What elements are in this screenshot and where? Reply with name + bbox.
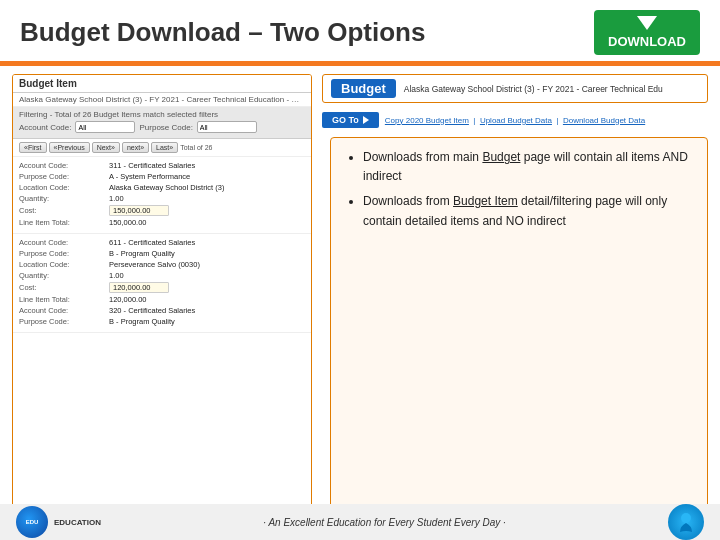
budget-item-panel: Budget Item Alaska Gateway School Distri…	[12, 74, 312, 533]
main-content: Budget Item Alaska Gateway School Distri…	[0, 66, 720, 540]
next2-button[interactable]: next»	[122, 142, 149, 153]
form-row-location-2: Location Code: Perseverance Salvo (0030)	[19, 260, 305, 269]
budget-item-underline: Budget Item	[453, 194, 518, 208]
form-row-qty-2: Quantity: 1.00	[19, 271, 305, 280]
breadcrumb: Alaska Gateway School District (3) - FY …	[13, 93, 311, 107]
label-cost-2: Cost:	[19, 283, 109, 292]
download-button-top[interactable]: DOWNLOAD	[594, 10, 700, 55]
label-qty-1: Quantity:	[19, 194, 109, 203]
label-purpose-1: Purpose Code:	[19, 172, 109, 181]
label-account-3: Account Code:	[19, 306, 109, 315]
logo-text-inner: EDU	[26, 519, 39, 525]
footer-row: EDU EDUCATION · An Excellent Education f…	[0, 504, 720, 540]
form-row-account-1: Account Code: 311 - Certificated Salarie…	[19, 161, 305, 170]
panel-title-bar: Budget Item	[13, 75, 311, 93]
goto-button[interactable]: GO To	[322, 112, 379, 128]
right-panel: Budget Alaska Gateway School District (3…	[322, 74, 708, 533]
purpose-code-input[interactable]	[197, 121, 257, 133]
form-row-cost-1: Cost: 150,000.00	[19, 205, 305, 216]
left-logo-area: EDU EDUCATION	[16, 506, 101, 538]
goto-links: Copy 2020 Budget Item | Upload Budget Da…	[385, 116, 645, 125]
purpose-code-label: Purpose Code:	[139, 123, 192, 132]
label-account-2: Account Code:	[19, 238, 109, 247]
value-cost-1: 150,000.00	[109, 205, 169, 216]
previous-button[interactable]: «Previous	[49, 142, 90, 153]
education-label: EDUCATION	[54, 518, 101, 527]
page-title: Budget Download – Two Options	[20, 17, 425, 48]
form-row-account-3: Account Code: 320 - Certificated Salarie…	[19, 306, 305, 315]
label-cost-1: Cost:	[19, 206, 109, 215]
label-account-1: Account Code:	[19, 161, 109, 170]
value-cost-2: 120,000.00	[109, 282, 169, 293]
filter-inputs-row: Account Code: Purpose Code:	[19, 121, 305, 133]
form-row-purpose-3: Purpose Code: B - Program Quality	[19, 317, 305, 326]
bullets-list: Downloads from main Budget page will con…	[345, 148, 693, 231]
value-purpose-3: B - Program Quality	[109, 317, 175, 326]
form-row-total-1: Line Item Total: 150,000.00	[19, 218, 305, 227]
goto-button-label: GO To	[332, 115, 359, 125]
filter-label: Filtering - Total of 26 Budget Items mat…	[19, 110, 218, 119]
filter-bar: Filtering - Total of 26 Budget Items mat…	[13, 107, 311, 139]
budget-underline-1: Budget	[482, 150, 520, 164]
account-code-input[interactable]	[75, 121, 135, 133]
value-purpose-1: A - System Performance	[109, 172, 190, 181]
download-arrow-icon	[637, 16, 657, 30]
form-row-total-2: Line Item Total: 120,000.00	[19, 295, 305, 304]
form-row-purpose-2: Purpose Code: B - Program Quality	[19, 249, 305, 258]
label-purpose-3: Purpose Code:	[19, 317, 109, 326]
svg-point-0	[681, 513, 691, 523]
form-section-2: Account Code: 611 - Certificated Salarie…	[13, 234, 311, 333]
value-account-2: 611 - Certificated Salaries	[109, 238, 195, 247]
total-count: Total of 26	[180, 144, 212, 151]
form-row-cost-2: Cost: 120,000.00	[19, 282, 305, 293]
value-account-1: 311 - Certificated Salaries	[109, 161, 195, 170]
bullets-panel: Downloads from main Budget page will con…	[330, 137, 708, 533]
district-info: Alaska Gateway School District (3) - FY …	[404, 84, 663, 94]
panel-title: Budget Item	[19, 78, 77, 89]
form-row-account-2: Account Code: 611 - Certificated Salarie…	[19, 238, 305, 247]
download-budget-link[interactable]: Download Budget Data	[563, 116, 645, 125]
last-button[interactable]: Last»	[151, 142, 178, 153]
label-location-1: Location Code:	[19, 183, 109, 192]
next-button[interactable]: Next»	[92, 142, 120, 153]
education-logo: EDU	[16, 506, 48, 538]
value-qty-1: 1.00	[109, 194, 124, 203]
right-logo	[668, 504, 704, 540]
bullet-item-1: Downloads from main Budget page will con…	[363, 148, 693, 186]
nav-buttons-row: «First «Previous Next» next» Last» Total…	[13, 139, 311, 157]
copy-budget-link[interactable]: Copy 2020 Budget Item	[385, 116, 469, 125]
first-button[interactable]: «First	[19, 142, 47, 153]
right-logo-icon	[674, 510, 698, 534]
label-location-2: Location Code:	[19, 260, 109, 269]
value-location-2: Perseverance Salvo (0030)	[109, 260, 200, 269]
label-qty-2: Quantity:	[19, 271, 109, 280]
budget-header-box: Budget Alaska Gateway School District (3…	[322, 74, 708, 103]
page-header: Budget Download – Two Options DOWNLOAD	[0, 0, 720, 61]
value-location-1: Alaska Gateway School District (3)	[109, 183, 224, 192]
account-code-label: Account Code:	[19, 123, 71, 132]
form-row-purpose-1: Purpose Code: A - System Performance	[19, 172, 305, 181]
form-section-1: Account Code: 311 - Certificated Salarie…	[13, 157, 311, 234]
label-purpose-2: Purpose Code:	[19, 249, 109, 258]
value-qty-2: 1.00	[109, 271, 124, 280]
lower-section: Budget Items Action Account Code Modify3…	[322, 137, 708, 533]
value-account-3: 320 - Certificated Salaries	[109, 306, 195, 315]
budget-label-tag: Budget	[331, 79, 396, 98]
value-purpose-2: B - Program Quality	[109, 249, 175, 258]
value-total-2: 120,000.00	[109, 295, 147, 304]
goto-bar: GO To Copy 2020 Budget Item | Upload Bud…	[322, 109, 708, 131]
bullet-item-2: Downloads from Budget Item detail/filter…	[363, 192, 693, 230]
value-total-1: 150,000.00	[109, 218, 147, 227]
upload-budget-link[interactable]: Upload Budget Data	[480, 116, 552, 125]
label-total-1: Line Item Total:	[19, 218, 109, 227]
footer-text: · An Excellent Education for Every Stude…	[263, 517, 506, 528]
filter-bar-row: Filtering - Total of 26 Budget Items mat…	[19, 110, 305, 119]
form-row-location-1: Location Code: Alaska Gateway School Dis…	[19, 183, 305, 192]
label-total-2: Line Item Total:	[19, 295, 109, 304]
goto-arrow-icon	[363, 116, 369, 124]
download-button-label: DOWNLOAD	[608, 34, 686, 49]
form-row-qty-1: Quantity: 1.00	[19, 194, 305, 203]
